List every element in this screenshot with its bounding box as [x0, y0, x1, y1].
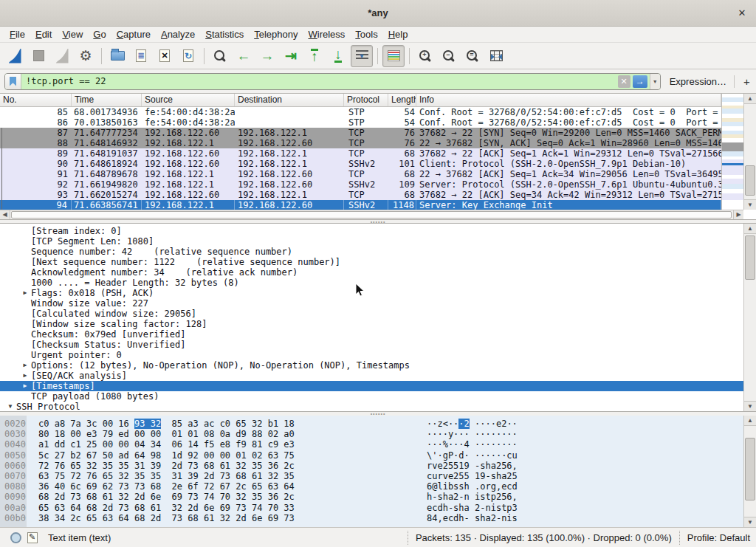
scroll-right-icon[interactable]: ▶ [733, 210, 743, 219]
packet-row-90[interactable]: 9071.648618924192.168.122.60192.168.122.… [0, 159, 721, 169]
hex-row-0090[interactable]: 009068 2d 73 68 61 32 2d 6e 69 73 74 70 … [0, 492, 743, 502]
detail-line[interactable]: Urgent pointer: 0 [0, 350, 743, 360]
detail-line[interactable]: Sequence number: 42 (relative sequence n… [0, 247, 743, 257]
zoom-100-button[interactable] [461, 45, 484, 67]
packet-row-87[interactable]: 8771.647777234192.168.122.60192.168.122.… [0, 128, 721, 138]
scroll-up-icon[interactable]: ▲ [744, 416, 756, 426]
status-profile[interactable]: Profile: Default [679, 531, 750, 545]
restart-capture-button[interactable] [51, 45, 73, 67]
packet-row-89[interactable]: 8971.648191037192.168.122.60192.168.122.… [0, 148, 721, 159]
expander-collapsed-icon[interactable]: ▶ [19, 381, 31, 391]
column-header-info[interactable]: Info [416, 94, 721, 106]
filter-clear-icon[interactable]: ✕ [618, 75, 630, 88]
horizontal-scroll-thumb[interactable] [11, 211, 732, 219]
menu-tools[interactable]: Tools [350, 27, 382, 41]
detail-line[interactable]: [Stream index: 0] [0, 226, 743, 236]
expander-expanded-icon[interactable]: ▼ [4, 402, 16, 411]
display-filter-field[interactable]: ✕ → ▼ [4, 73, 661, 90]
stop-capture-button[interactable] [27, 45, 49, 67]
packet-row-92[interactable]: 9271.661949820192.168.122.1192.168.122.6… [0, 179, 721, 190]
scroll-left-icon[interactable]: ◀ [0, 210, 10, 219]
detail-line[interactable]: Window size value: 227 [0, 298, 743, 309]
vertical-scroll-thumb[interactable] [745, 165, 755, 196]
hex-row-0040[interactable]: 0040a1 dd c1 25 00 00 04 34 06 14 f5 e8 … [0, 439, 743, 450]
detail-line[interactable]: Checksum: 0x79ed [unverified] [0, 329, 743, 340]
scroll-up-icon[interactable]: ▲ [744, 224, 756, 234]
detail-line[interactable]: [Calculated window size: 29056] [0, 309, 743, 319]
auto-scroll-button[interactable] [351, 45, 373, 67]
detail-line[interactable]: [Checksum Status: Unverified] [0, 340, 743, 350]
filter-bookmark-button[interactable] [5, 74, 21, 89]
column-header-time[interactable]: Time [72, 94, 142, 106]
packet-list-vertical-scrollbar[interactable]: ▲ ▼ [743, 94, 756, 210]
column-header-source[interactable]: Source [142, 94, 235, 106]
packet-row-91[interactable]: 9171.648789678192.168.122.1192.168.122.6… [0, 169, 721, 179]
expander-collapsed-icon[interactable]: ▶ [19, 360, 31, 371]
capture-options-button[interactable]: ⚙ [75, 45, 97, 67]
start-capture-button[interactable] [4, 45, 26, 67]
expert-info-icon[interactable] [10, 532, 21, 543]
packet-list-minimap[interactable] [721, 94, 743, 210]
details-scroll-thumb[interactable] [745, 235, 755, 280]
expander-collapsed-icon[interactable]: ▶ [19, 288, 31, 298]
detail-line[interactable]: Acknowledgment number: 34 (relative ack … [0, 267, 743, 278]
expander-collapsed-icon[interactable]: ▶ [19, 371, 31, 381]
detail-line[interactable]: ▶[SEQ/ACK analysis] [0, 371, 743, 381]
detail-line[interactable]: [Window size scaling factor: 128] [0, 319, 743, 329]
filter-apply-icon[interactable]: → [633, 75, 647, 88]
detail-line[interactable]: ▶[Timestamps] [0, 381, 743, 391]
reload-file-button[interactable] [177, 45, 199, 67]
menu-view[interactable]: View [57, 27, 88, 41]
column-header-length[interactable]: Length [388, 94, 416, 106]
detail-line[interactable]: TCP payload (1080 bytes) [0, 391, 743, 402]
menu-wireless[interactable]: Wireless [303, 27, 351, 41]
scroll-down-icon[interactable]: ▼ [744, 199, 756, 210]
column-header-destination[interactable]: Destination [235, 94, 344, 106]
hex-scroll-thumb[interactable] [745, 438, 755, 500]
open-file-button[interactable] [106, 45, 128, 67]
detail-line[interactable]: ▶Options: (12 bytes), No-Operation (NOP)… [0, 360, 743, 371]
scroll-up-icon[interactable]: ▲ [744, 94, 756, 104]
menu-analyze[interactable]: Analyze [156, 27, 200, 41]
packet-list-horizontal-scrollbar[interactable]: ◀ ▶ [0, 210, 743, 219]
menu-go[interactable]: Go [88, 27, 111, 41]
hex-vertical-scrollbar[interactable]: ▲ ▼ [743, 416, 756, 527]
packet-row-85[interactable]: 8568.001734936fe:54:00:d4:38:2aSTP54Conf… [0, 107, 721, 117]
menu-statistics[interactable]: Statistics [200, 27, 249, 41]
packet-row-93[interactable]: 9371.662015274192.168.122.60192.168.122.… [0, 190, 721, 200]
hex-row-0020[interactable]: 0020c0 a8 7a 3c 00 16 93 32 85 a3 ac c0 … [0, 419, 743, 429]
scroll-down-icon[interactable]: ▼ [744, 401, 756, 411]
column-header-no[interactable]: No. [0, 94, 72, 106]
detail-line[interactable]: ▶Flags: 0x018 (PSH, ACK) [0, 288, 743, 298]
menu-edit[interactable]: Edit [30, 27, 57, 41]
go-back-button[interactable]: ← [233, 45, 255, 67]
hex-row-0050[interactable]: 00505c 27 b2 67 50 ad 64 98 1d 92 00 00 … [0, 450, 743, 461]
hex-row-00a0[interactable]: 00a065 63 64 68 2d 73 68 61 32 2d 6e 69 … [0, 503, 743, 513]
column-header-protocol[interactable]: Protocol [344, 94, 388, 106]
close-icon[interactable]: ✕ [735, 7, 749, 20]
menu-telephony[interactable]: Telephony [249, 27, 303, 41]
hex-row-0080[interactable]: 008036 40 6c 69 62 73 73 68 2e 6f 72 67 … [0, 481, 743, 492]
menu-help[interactable]: Help [383, 27, 413, 41]
menu-capture[interactable]: Capture [111, 27, 156, 41]
close-file-button[interactable] [154, 45, 176, 67]
details-vertical-scrollbar[interactable]: ▲ ▼ [743, 224, 756, 411]
detail-line[interactable]: [TCP Segment Len: 1080] [0, 236, 743, 247]
find-packet-button[interactable] [209, 45, 231, 67]
hex-row-0070[interactable]: 007063 75 72 76 65 32 35 35 31 39 2d 73 … [0, 471, 743, 481]
zoom-in-button[interactable] [414, 45, 436, 67]
packet-row-94[interactable]: 9471.663856741192.168.122.1192.168.122.6… [0, 200, 721, 210]
capture-comment-icon[interactable] [27, 532, 38, 543]
filter-history-caret-icon[interactable]: ▼ [650, 74, 660, 89]
add-filter-button[interactable]: + [734, 75, 752, 88]
go-forward-button[interactable]: → [256, 45, 278, 67]
detail-line[interactable]: [Next sequence number: 1122 (relative se… [0, 257, 743, 267]
menu-file[interactable]: File [4, 27, 30, 41]
go-bottom-button[interactable]: ↓ [327, 45, 349, 67]
save-file-button[interactable] [130, 45, 152, 67]
hex-row-0030[interactable]: 003080 18 00 e3 79 ed 00 00 01 01 08 0a … [0, 429, 743, 439]
packet-row-86[interactable]: 8670.013850163fe:54:00:d4:38:2aSTP54Conf… [0, 117, 721, 128]
packet-row-88[interactable]: 8871.648146932192.168.122.1192.168.122.6… [0, 138, 721, 148]
display-filter-input[interactable] [21, 76, 618, 86]
detail-line[interactable]: 1000 .... = Header Length: 32 bytes (8) [0, 278, 743, 288]
